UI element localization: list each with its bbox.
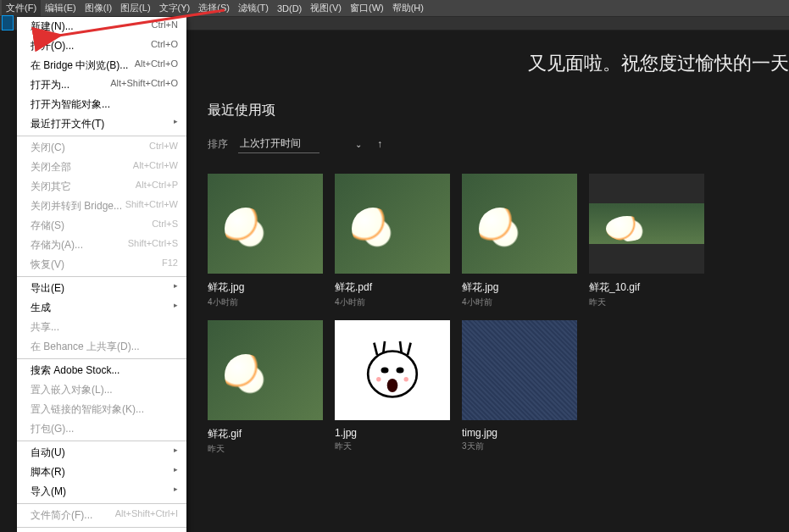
menubar-item[interactable]: 图层(L) xyxy=(116,0,154,16)
sort-label: 排序 xyxy=(208,137,228,152)
menu-item[interactable]: 搜索 Adobe Stock... xyxy=(17,361,186,380)
home-content: 又见面啦。祝您度过愉快的一天 最近使用项 排序 上次打开时间 ⌄ ↑ 鲜花.jp… xyxy=(208,34,789,532)
file-time: 昨天 xyxy=(208,443,323,455)
svg-point-5 xyxy=(387,379,398,392)
file-name: timg.jpg xyxy=(462,427,577,439)
file-menu-dropdown: 新建(N)...Ctrl+N打开(O)...Ctrl+O在 Bridge 中浏览… xyxy=(17,17,186,532)
thumbnail xyxy=(462,320,577,420)
file-name: 鲜花.jpg xyxy=(208,280,323,295)
sort-direction-icon[interactable]: ↑ xyxy=(377,138,382,150)
recent-file-card[interactable]: 鲜花.jpg4小时前 xyxy=(208,174,323,308)
thumbnail xyxy=(208,320,323,420)
sort-dropdown[interactable]: 上次打开时间 xyxy=(238,135,319,153)
file-name: 鲜花.jpg xyxy=(462,280,577,295)
file-time: 4小时前 xyxy=(335,296,450,308)
file-name: 1.jpg xyxy=(335,427,450,439)
menubar-item[interactable]: 滤镜(T) xyxy=(234,0,273,16)
menu-item[interactable]: 导出(E)▸ xyxy=(17,279,186,298)
menu-item[interactable]: 脚本(R)▸ xyxy=(17,463,186,482)
recent-file-card[interactable]: timg.jpg3天前 xyxy=(462,320,577,455)
menu-item: 共享... xyxy=(17,318,186,337)
file-name: 鲜花.gif xyxy=(208,427,323,441)
menu-separator xyxy=(17,276,186,277)
menubar-item[interactable]: 文件(F) xyxy=(2,0,41,16)
thumbnail xyxy=(462,174,577,274)
svg-point-3 xyxy=(381,367,389,373)
recent-grid: 鲜花.jpg4小时前鲜花.pdf4小时前鲜花.jpg4小时前鲜花_10.gif昨… xyxy=(208,174,789,455)
menu-item: 恢复(V)F12 xyxy=(17,255,186,274)
recent-file-card[interactable]: 鲜花.jpg4小时前 xyxy=(462,174,577,308)
chevron-down-icon[interactable]: ⌄ xyxy=(355,140,362,149)
file-time: 4小时前 xyxy=(462,296,577,308)
menu-item: 在 Behance 上共享(D)... xyxy=(17,337,186,357)
menubar-item[interactable]: 帮助(H) xyxy=(388,0,428,16)
recent-file-card[interactable]: 鲜花.pdf4小时前 xyxy=(335,174,450,308)
file-time: 4小时前 xyxy=(208,296,323,308)
file-time: 3天前 xyxy=(462,441,577,452)
menubar-item[interactable]: 图像(I) xyxy=(81,0,116,16)
sort-row: 排序 上次打开时间 ⌄ ↑ xyxy=(208,135,789,153)
menu-item: 打包(G)... xyxy=(17,419,186,439)
greeting-text: 又见面啦。祝您度过愉快的一天 xyxy=(208,51,789,76)
menu-item: 存储(S)Ctrl+S xyxy=(17,216,186,236)
thumbnail xyxy=(208,174,323,274)
svg-point-7 xyxy=(404,377,408,381)
file-time: 昨天 xyxy=(589,296,704,308)
file-time: 昨天 xyxy=(335,441,450,452)
recent-title: 最近使用项 xyxy=(208,102,789,119)
menubar-item[interactable]: 选择(S) xyxy=(194,0,234,16)
thumbnail xyxy=(335,320,450,420)
menu-item[interactable]: 最近打开文件(T)▸ xyxy=(17,114,186,134)
menu-item[interactable]: 打开为...Alt+Shift+Ctrl+O xyxy=(17,75,186,95)
menu-item[interactable]: 导入(M)▸ xyxy=(17,482,186,502)
face-icon xyxy=(354,332,431,408)
menu-item: 关闭全部Alt+Ctrl+W xyxy=(17,158,186,177)
menu-separator xyxy=(17,503,186,504)
svg-point-6 xyxy=(376,377,381,381)
menu-item: 关闭其它Alt+Ctrl+P xyxy=(17,177,186,197)
menu-separator xyxy=(17,527,186,528)
menubar-item[interactable]: 视图(V) xyxy=(306,0,346,16)
menu-item[interactable]: 自动(U)▸ xyxy=(17,443,186,463)
menubar-item[interactable]: 3D(D) xyxy=(273,2,306,15)
menu-separator xyxy=(17,136,186,136)
menu-item[interactable]: 打开为智能对象... xyxy=(17,95,186,114)
menu-item: 关闭(C)Ctrl+W xyxy=(17,138,186,158)
file-name: 鲜花_10.gif xyxy=(589,280,704,295)
menubar: 文件(F)编辑(E)图像(I)图层(L)文字(Y)选择(S)滤镜(T)3D(D)… xyxy=(0,0,789,17)
menubar-item[interactable]: 文字(Y) xyxy=(155,0,195,16)
thumbnail xyxy=(589,174,704,274)
menu-item: 置入链接的智能对象(K)... xyxy=(17,400,186,419)
menu-separator xyxy=(17,441,186,441)
menu-item: 关闭并转到 Bridge...Shift+Ctrl+W xyxy=(17,197,186,216)
svg-point-4 xyxy=(397,367,404,373)
recent-file-card[interactable]: 鲜花.gif昨天 xyxy=(208,320,323,455)
file-name: 鲜花.pdf xyxy=(335,280,450,295)
recent-file-card[interactable]: 1.jpg昨天 xyxy=(335,320,450,455)
menubar-item[interactable]: 窗口(W) xyxy=(346,0,388,16)
menu-item: 文件简介(F)...Alt+Shift+Ctrl+I xyxy=(17,506,186,525)
thumbnail xyxy=(335,174,450,274)
recent-file-card[interactable]: 鲜花_10.gif昨天 xyxy=(589,174,704,308)
ps-tool-icon[interactable] xyxy=(2,15,14,30)
menubar-item[interactable]: 编辑(E) xyxy=(41,0,81,16)
menu-separator xyxy=(17,358,186,359)
menu-item[interactable]: 新建(N)...Ctrl+N xyxy=(17,17,186,36)
menu-item[interactable]: 生成▸ xyxy=(17,298,186,318)
menu-item: 置入嵌入对象(L)... xyxy=(17,380,186,400)
menu-item: 存储为(A)...Shift+Ctrl+S xyxy=(17,236,186,255)
menu-item[interactable]: 在 Bridge 中浏览(B)...Alt+Ctrl+O xyxy=(17,56,186,75)
menu-item[interactable]: 打开(O)...Ctrl+O xyxy=(17,36,186,56)
